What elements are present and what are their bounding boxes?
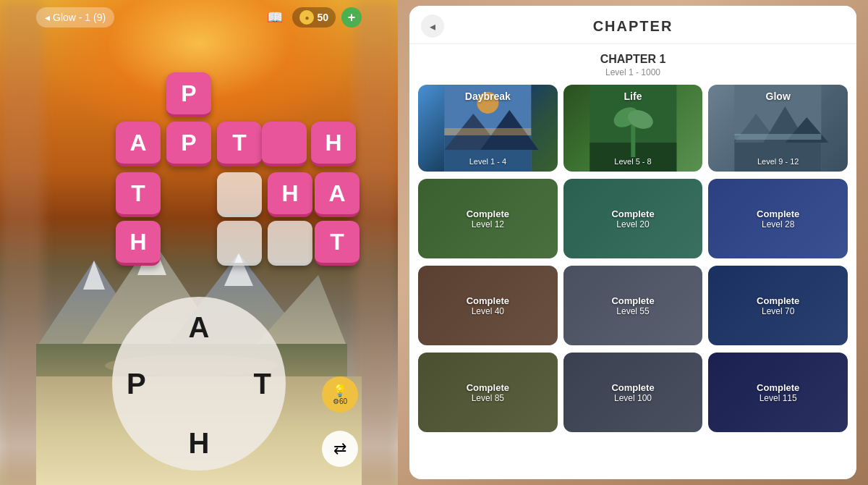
hint-coin-cost: ⚙60 — [333, 397, 347, 405]
locked-sub-55: Level 55 — [616, 306, 649, 316]
locked-card-100[interactable]: Complete Level 100 — [563, 353, 703, 432]
tile-H-r2c3[interactable]: H — [268, 172, 312, 217]
level-title: Glow - 1 (9) — [53, 12, 106, 23]
tile-empty-r3c2 — [217, 221, 262, 266]
locked-text-55: Complete — [611, 295, 654, 306]
chapter-back-button[interactable]: ◂ — [421, 14, 444, 38]
locked-sub-40: Level 40 — [472, 306, 504, 316]
circle-letter-H: H — [189, 427, 210, 460]
game-panel: ◂ Glow - 1 (9) 📖 ● 50 + P A P T H T H A … — [0, 0, 398, 485]
tile-P-top[interactable]: P — [166, 72, 211, 117]
locked-sub-115: Level 115 — [760, 393, 797, 403]
chapter-modal: ◂ CHAPTER CHAPTER 1 Level 1 - 1000 — [409, 6, 856, 479]
theme-card-daybreak[interactable]: Daybreak Level 1 - 4 — [418, 85, 558, 172]
locked-card-115[interactable]: Complete Level 115 — [708, 353, 848, 432]
tile-empty-r3c3 — [268, 221, 312, 266]
daybreak-level: Level 1 - 4 — [418, 157, 558, 166]
locked-card-12[interactable]: Complete Level 12 — [418, 179, 558, 258]
locked-text-20: Complete — [611, 208, 654, 219]
chapter-header: ◂ CHAPTER — [409, 6, 856, 44]
letter-circle[interactable]: A P T H — [112, 297, 286, 471]
back-icon: ◂ — [45, 12, 50, 23]
locked-text-28: Complete — [757, 208, 799, 219]
life-level: Level 5 - 8 — [563, 157, 703, 166]
hint-icon: 💡 — [333, 384, 347, 397]
watermark: GAMES.LOL — [806, 466, 852, 475]
locked-text-115: Complete — [757, 382, 799, 393]
locked-card-28[interactable]: Complete Level 28 — [708, 179, 848, 258]
chapter-panel: ◂ CHAPTER CHAPTER 1 Level 1 - 1000 — [398, 0, 868, 485]
shuffle-icon: ⇄ — [333, 439, 346, 458]
dictionary-icon: 📖 — [267, 9, 283, 25]
locked-card-55[interactable]: Complete Level 55 — [563, 266, 703, 345]
glow-level: Level 9 - 12 — [708, 157, 848, 166]
tile-T-r1c2[interactable]: T — [217, 122, 262, 166]
chapter-header-title: CHAPTER — [444, 18, 822, 35]
locked-sub-28: Level 28 — [762, 219, 794, 229]
svg-rect-25 — [735, 134, 822, 140]
tile-A-r1c0[interactable]: A — [116, 122, 161, 166]
locked-sub-20: Level 20 — [616, 219, 649, 229]
dictionary-icon-btn[interactable]: 📖 — [263, 6, 286, 29]
tile-H-r3c0[interactable]: H — [116, 221, 161, 266]
locked-text-70: Complete — [757, 295, 799, 306]
life-label: Life — [563, 90, 703, 102]
coin-icon: ● — [299, 10, 314, 25]
coin-count: 50 — [317, 12, 328, 23]
locked-row-2: Complete Level 40 Complete Level 55 Comp… — [418, 266, 848, 345]
locked-text-100: Complete — [611, 382, 654, 393]
chapter-back-icon: ◂ — [430, 20, 435, 33]
tile-H-r1c3[interactable]: H — [311, 122, 356, 166]
coin-area: ● 50 — [292, 7, 336, 28]
locked-card-85[interactable]: Complete Level 85 — [418, 353, 558, 432]
tile-A-r2c4[interactable]: A — [315, 172, 359, 217]
circle-letter-P: P — [127, 368, 146, 400]
locked-text-40: Complete — [467, 295, 509, 306]
shuffle-button[interactable]: ⇄ — [322, 431, 358, 467]
theme-card-life[interactable]: Life Level 5 - 8 — [563, 85, 703, 172]
locked-row-1: Complete Level 12 Complete Level 20 Comp… — [418, 179, 848, 258]
tile-A-r1c4[interactable] — [262, 122, 307, 166]
locked-sub-12: Level 12 — [472, 219, 504, 229]
hint-button[interactable]: 💡 ⚙60 — [322, 376, 358, 413]
daybreak-label: Daybreak — [418, 90, 558, 102]
glow-label: Glow — [708, 90, 848, 102]
circle-letter-A: A — [189, 311, 210, 344]
tile-empty-r2c2 — [217, 172, 262, 217]
locked-card-20[interactable]: Complete Level 20 — [563, 179, 703, 258]
chapter-section-title: CHAPTER 1 — [418, 53, 848, 66]
locked-sub-100: Level 100 — [614, 393, 652, 403]
back-button[interactable]: ◂ Glow - 1 (9) — [36, 7, 114, 28]
tile-T-r2c0[interactable]: T — [116, 172, 161, 217]
theme-cards-row: Daybreak Level 1 - 4 Lif — [418, 85, 848, 172]
top-bar: ◂ Glow - 1 (9) 📖 ● 50 + — [36, 6, 362, 29]
locked-text-85: Complete — [467, 382, 509, 393]
tile-P-r1c1[interactable]: P — [166, 122, 211, 166]
chapter-content: CHAPTER 1 Level 1 - 1000 — [409, 44, 856, 479]
svg-rect-14 — [444, 128, 531, 135]
locked-row-3: Complete Level 85 Complete Level 100 Com… — [418, 353, 848, 432]
locked-card-70[interactable]: Complete Level 70 — [708, 266, 848, 345]
theme-card-glow[interactable]: Glow Level 9 - 12 — [708, 85, 848, 172]
locked-card-40[interactable]: Complete Level 40 — [418, 266, 558, 345]
locked-sub-85: Level 85 — [472, 393, 504, 403]
tile-T-r3c4[interactable]: T — [315, 221, 359, 266]
circle-letter-T: T — [254, 368, 271, 400]
locked-sub-70: Level 70 — [762, 306, 794, 316]
locked-text-12: Complete — [467, 208, 509, 219]
chapter-section-subtitle: Level 1 - 1000 — [418, 67, 848, 77]
add-coins-button[interactable]: + — [341, 7, 362, 28]
